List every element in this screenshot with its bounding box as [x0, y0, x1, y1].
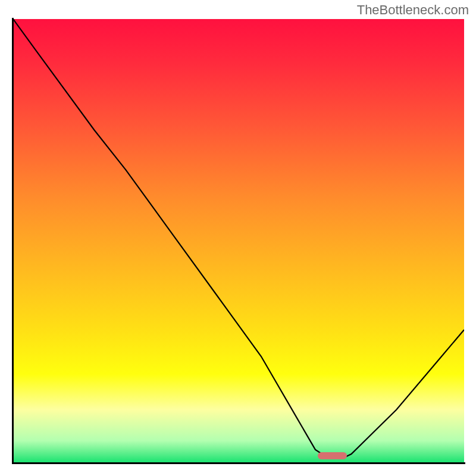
x-axis-line: [12, 462, 465, 464]
optimal-zone-marker: [318, 452, 347, 459]
watermark-text: TheBottleneck.com: [357, 2, 469, 18]
y-axis-line: [12, 18, 14, 464]
bottleneck-curve: [13, 19, 464, 459]
chart-curve-svg: [13, 19, 464, 463]
chart-plot-area: [13, 19, 464, 463]
